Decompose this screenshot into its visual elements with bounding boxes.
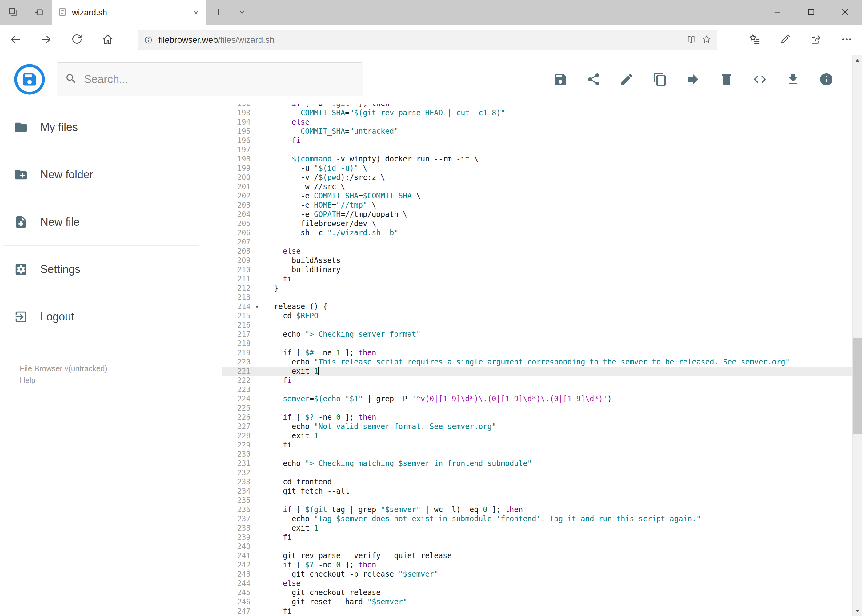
fold-arrow-icon[interactable]: ▾	[252, 302, 262, 311]
code-text[interactable]: echo "> Checking matching $semver in fro…	[262, 459, 853, 468]
code-text[interactable]: COMMIT_SHA="untracked"	[262, 127, 853, 136]
code-text[interactable]: else	[262, 247, 853, 256]
code-text[interactable]: cd $REPO	[262, 311, 853, 321]
page-scrollbar[interactable]	[853, 55, 862, 616]
code-text[interactable]: $(command -v winpty) docker run --rm -it…	[262, 154, 853, 163]
browser-tab[interactable]: wizard.sh	[52, 0, 206, 25]
download-button[interactable]	[786, 72, 801, 87]
code-text[interactable]: fi	[262, 136, 853, 145]
code-text[interactable]	[262, 449, 853, 459]
code-text[interactable]	[262, 542, 853, 551]
annotate-button[interactable]	[770, 25, 801, 55]
code-text[interactable]: release () {	[262, 302, 853, 311]
address-bar[interactable]: filebrowser.web/files/wizard.sh	[138, 30, 717, 50]
code-text[interactable]	[262, 404, 853, 413]
code-text[interactable]: git reset --hard "$semver"	[262, 597, 853, 607]
code-text[interactable]: -e GOPATH=//tmp/gopath \	[262, 210, 853, 219]
code-text[interactable]: -w //src \	[262, 182, 853, 191]
code-text[interactable]: git checkout -b release "$semver"	[262, 570, 853, 579]
code-text[interactable]	[262, 321, 853, 330]
share-file-button[interactable]	[586, 72, 601, 87]
code-text[interactable]: -e COMMIT_SHA=$COMMIT_SHA \	[262, 191, 853, 201]
code-text[interactable]: if [ -d ".git" ]; then	[262, 104, 853, 108]
search-box[interactable]	[57, 63, 363, 96]
tabs-set-aside-button[interactable]	[0, 0, 26, 25]
hub-button[interactable]	[739, 25, 770, 55]
code-text[interactable]: cd frontend	[262, 477, 853, 487]
reading-view-button[interactable]	[686, 35, 696, 46]
code-text[interactable]: }	[262, 284, 853, 293]
code-text[interactable]: echo "Not valid semver format. See semve…	[262, 422, 853, 431]
code-text[interactable]: fi	[262, 376, 853, 385]
sidebar-item-logout[interactable]: Logout	[0, 293, 222, 341]
code-text[interactable]: fi	[262, 274, 853, 284]
back-button[interactable]	[0, 25, 31, 55]
delete-button[interactable]	[719, 72, 734, 87]
tab-close-icon[interactable]	[193, 9, 199, 16]
code-text[interactable]: semver=$(echo "$1" | grep -P '^v(0|[1-9]…	[262, 394, 853, 404]
forward-button[interactable]	[31, 25, 61, 55]
share-button[interactable]	[801, 25, 831, 55]
code-text[interactable]: buildAssets	[262, 256, 853, 265]
code-text[interactable]: else	[262, 579, 853, 588]
code-text[interactable]	[262, 496, 853, 505]
code-text[interactable]: fi	[262, 533, 853, 542]
code-text[interactable]: exit 1	[262, 523, 853, 533]
tab-preview-button[interactable]	[26, 0, 52, 25]
code-text[interactable]	[262, 293, 853, 302]
save-button[interactable]	[553, 72, 568, 87]
code-text[interactable]: git fetch --all	[262, 487, 853, 496]
scroll-up-button[interactable]	[853, 55, 862, 66]
code-text[interactable]	[262, 145, 853, 154]
code-text[interactable]: git checkout release	[262, 588, 853, 597]
sidebar-item-new-folder[interactable]: New folder	[0, 151, 222, 198]
tab-list-button[interactable]	[232, 0, 253, 25]
more-button[interactable]	[831, 25, 862, 55]
move-button[interactable]	[686, 72, 701, 87]
edit-button[interactable]	[619, 72, 634, 87]
search-input[interactable]	[84, 73, 360, 86]
code-text[interactable]: -u "$(id -u)" \	[262, 163, 853, 173]
code-text[interactable]: if [ $? -ne 0 ]; then	[262, 413, 853, 422]
code-text[interactable]: filebrowser/dev \	[262, 219, 853, 228]
copy-button[interactable]	[653, 72, 668, 87]
code-text[interactable]: echo "> Checking semver format"	[262, 330, 853, 339]
sidebar-item-my-files[interactable]: My files	[0, 104, 222, 151]
new-tab-button[interactable]	[206, 0, 232, 25]
code-view-button[interactable]	[752, 72, 767, 87]
code-text[interactable]: sh -c "./wizard.sh -b"	[262, 228, 853, 237]
code-text[interactable]: exit 1	[262, 431, 853, 440]
sidebar-item-settings[interactable]: Settings	[0, 246, 222, 293]
code-text[interactable]	[262, 339, 853, 348]
code-text[interactable]: fi	[262, 607, 853, 616]
code-text[interactable]: if [ $? -ne 0 ]; then	[262, 560, 853, 570]
scroll-thumb[interactable]	[853, 338, 862, 434]
code-text[interactable]: exit 1	[262, 366, 853, 376]
code-text[interactable]: -e HOME="//tmp" \	[262, 201, 853, 210]
code-text[interactable]	[262, 237, 853, 247]
code-text[interactable]: fi	[262, 440, 853, 449]
code-text[interactable]: echo "Tag $semver does not exist in subm…	[262, 514, 853, 523]
info-button[interactable]	[819, 72, 834, 87]
maximize-button[interactable]	[794, 0, 828, 25]
favorite-button[interactable]	[702, 35, 712, 46]
sidebar-item-new-file[interactable]: New file	[0, 198, 222, 246]
code-text[interactable]: else	[262, 118, 853, 127]
code-text[interactable]: git rev-parse --verify --quiet release	[262, 551, 853, 560]
minimize-button[interactable]	[760, 0, 794, 25]
code-text[interactable]: if [ $(git tag | grep "$semver" | wc -l)…	[262, 505, 853, 514]
scroll-down-button[interactable]	[853, 605, 862, 616]
close-button[interactable]	[828, 0, 862, 25]
code-editor[interactable]: 192 if [ -d ".git" ]; then193 COMMIT_SHA…	[222, 104, 853, 616]
code-text[interactable]	[262, 385, 853, 394]
code-text[interactable]: COMMIT_SHA="$(git rev-parse HEAD | cut -…	[262, 108, 853, 118]
code-text[interactable]: echo "This release script requires a sin…	[262, 357, 853, 366]
code-text[interactable]: if [ $# -ne 1 ]; then	[262, 348, 853, 357]
code-text[interactable]: buildBinary	[262, 265, 853, 274]
home-button[interactable]	[92, 25, 123, 55]
code-text[interactable]	[262, 468, 853, 477]
help-link[interactable]: Help	[20, 374, 107, 386]
code-text[interactable]: -v /$(pwd):/src:z \	[262, 173, 853, 182]
refresh-button[interactable]	[61, 25, 92, 55]
site-info-icon[interactable]	[144, 35, 153, 45]
